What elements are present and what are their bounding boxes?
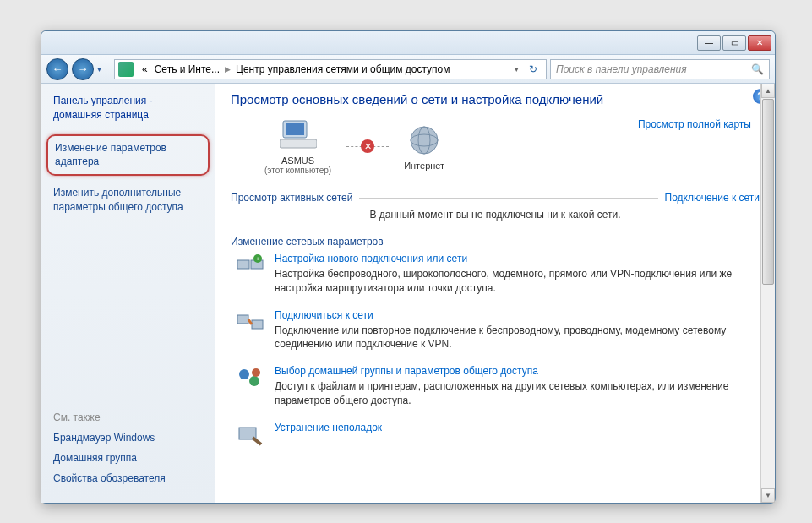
search-input[interactable]: Поиск в панели управления 🔍 xyxy=(550,59,770,79)
back-button[interactable]: ← xyxy=(46,58,68,80)
search-placeholder: Поиск в панели управления xyxy=(556,63,687,75)
see-also-ie-properties[interactable]: Свойства обозревателя xyxy=(53,472,203,484)
action-title[interactable]: Устранение неполадок xyxy=(275,422,382,433)
svg-rect-2 xyxy=(280,139,317,148)
navbar: ← → ▾ « Сеть и Инте... ▶ Центр управлени… xyxy=(41,55,775,84)
titlebar: — ▭ ✕ xyxy=(41,31,775,55)
vertical-scrollbar[interactable]: ▲ ▼ xyxy=(760,84,775,503)
troubleshoot-icon xyxy=(236,422,264,449)
address-dropdown[interactable]: ▾ xyxy=(509,65,524,74)
see-also-homegroup[interactable]: Домашняя группа xyxy=(53,452,203,464)
sidebar-home-link[interactable]: Панель управления - домашняя страница xyxy=(53,94,203,123)
sidebar-advanced-sharing-link[interactable]: Изменить дополнительные параметры общего… xyxy=(53,186,203,215)
network-node-this-pc[interactable]: ASMUS (этот компьютер) xyxy=(264,118,331,175)
chevron-right-icon: ▶ xyxy=(223,65,232,74)
node-subtitle: (этот компьютер) xyxy=(264,166,331,175)
body: Панель управления - домашняя страница Из… xyxy=(41,84,775,503)
action-troubleshoot[interactable]: Устранение неполадок xyxy=(231,422,760,449)
maximize-button[interactable]: ▭ xyxy=(722,35,746,51)
svg-rect-10 xyxy=(237,315,248,324)
globe-icon xyxy=(404,123,444,157)
action-title[interactable]: Выбор домашней группы и параметров общег… xyxy=(275,365,760,377)
addr-segment-sharing-center[interactable]: Центр управления сетями и общим доступом xyxy=(232,63,454,75)
connect-to-network-link[interactable]: Подключение к сети xyxy=(658,192,760,204)
svg-point-13 xyxy=(249,376,259,386)
svg-text:+: + xyxy=(256,255,260,263)
disconnected-icon: ✕ xyxy=(361,139,374,153)
network-map-row: ASMUS (этот компьютер) ✕ Интернет Просмо… xyxy=(231,118,760,183)
action-title[interactable]: Настройка нового подключения или сети xyxy=(275,253,760,264)
see-also-firewall[interactable]: Брандмауэр Windows xyxy=(53,432,203,444)
full-map-link[interactable]: Просмотр полной карты xyxy=(638,118,760,130)
svg-rect-6 xyxy=(237,260,249,269)
svg-rect-1 xyxy=(286,123,304,135)
change-settings-section: Изменение сетевых параметров + Настройка… xyxy=(231,236,760,462)
connect-network-icon xyxy=(236,309,264,336)
new-connection-icon: + xyxy=(236,253,264,280)
action-desc: Доступ к файлам и принтерам, расположенн… xyxy=(275,379,760,408)
search-icon[interactable]: 🔍 xyxy=(751,63,764,75)
refresh-button[interactable]: ↻ xyxy=(524,63,542,75)
action-desc: Подключение или повторное подключение к … xyxy=(275,324,760,352)
change-settings-legend: Изменение сетевых параметров xyxy=(231,236,390,248)
homegroup-icon xyxy=(236,365,264,392)
addr-segment-network[interactable]: Сеть и Инте... xyxy=(151,63,223,75)
action-new-connection[interactable]: + Настройка нового подключения или сети … xyxy=(231,253,760,296)
network-link-broken: ✕ xyxy=(346,146,389,147)
control-panel-window: — ▭ ✕ ← → ▾ « Сеть и Инте... ▶ Центр упр… xyxy=(41,30,776,504)
svg-point-3 xyxy=(411,127,438,154)
scroll-down-button[interactable]: ▼ xyxy=(761,488,775,503)
no-connections-text: В данный момент вы не подключены ни к ка… xyxy=(231,209,760,221)
node-name: Интернет xyxy=(404,161,444,171)
network-map: ASMUS (этот компьютер) ✕ Интернет xyxy=(231,118,444,175)
active-networks-legend: Просмотр активных сетей xyxy=(231,192,359,204)
addr-prefix[interactable]: « xyxy=(139,63,151,75)
forward-button[interactable]: → xyxy=(72,58,94,80)
svg-point-12 xyxy=(239,369,249,379)
network-node-internet[interactable]: Интернет xyxy=(404,123,444,171)
svg-rect-11 xyxy=(252,320,263,329)
computer-icon xyxy=(278,118,319,152)
see-also-heading: См. также xyxy=(53,411,203,423)
minimize-button[interactable]: — xyxy=(697,35,721,51)
sidebar-adapter-settings-link[interactable]: Изменение параметров адаптера xyxy=(46,134,210,177)
address-bar[interactable]: « Сеть и Инте... ▶ Центр управления сетя… xyxy=(114,59,547,79)
active-networks-section: Просмотр активных сетей Подключение к се… xyxy=(231,192,760,224)
action-desc: Настройка беспроводного, широкополосного… xyxy=(275,267,760,296)
sidebar: Панель управления - домашняя страница Из… xyxy=(41,84,215,503)
node-name: ASMUS xyxy=(264,155,331,166)
location-icon xyxy=(118,62,134,77)
history-dropdown[interactable]: ▾ xyxy=(97,61,111,78)
action-connect-network[interactable]: Подключиться к сети Подключение или повт… xyxy=(231,309,760,352)
action-homegroup-sharing[interactable]: Выбор домашней группы и параметров общег… xyxy=(231,365,760,408)
content-pane: ? Просмотр основных сведений о сети и на… xyxy=(215,84,775,503)
action-title[interactable]: Подключиться к сети xyxy=(275,309,760,321)
page-title: Просмотр основных сведений о сети и наст… xyxy=(231,92,760,106)
scroll-thumb[interactable] xyxy=(762,99,774,285)
svg-point-14 xyxy=(252,368,260,377)
close-button[interactable]: ✕ xyxy=(748,35,771,51)
scroll-up-button[interactable]: ▲ xyxy=(761,84,775,98)
